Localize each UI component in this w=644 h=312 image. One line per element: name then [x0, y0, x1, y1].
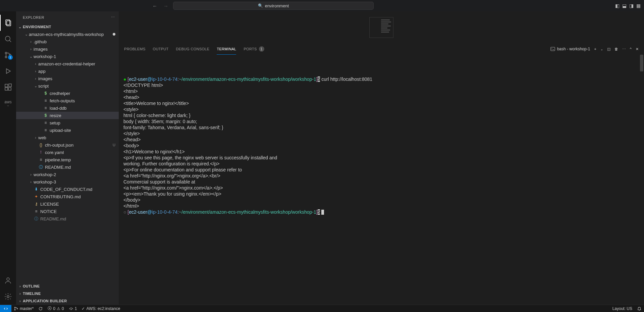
layout-left-icon[interactable]: ◧ [615, 3, 620, 8]
terminal-scrollbar[interactable] [640, 55, 643, 71]
terminal-dropdown-icon[interactable]: ⌄ [600, 47, 603, 51]
chevron-icon: › [28, 180, 34, 184]
tree-item[interactable]: $credhelper [16, 90, 119, 97]
svg-rect-8 [5, 84, 8, 87]
file-icon: ≡ [34, 209, 39, 214]
sidebar-section[interactable]: ›TIMELINE [16, 290, 119, 297]
status-problems[interactable]: ⓧ0 ⚠0 [45, 305, 66, 312]
tree-item[interactable]: $resize [16, 112, 119, 119]
tree-item[interactable]: ≡load-ddb [16, 104, 119, 112]
panel-maximize-icon[interactable]: ^ [630, 47, 632, 51]
svg-point-13 [7, 296, 9, 298]
panel-close-icon[interactable]: ✕ [636, 47, 639, 51]
terminal-name[interactable]: bash - workshop-1 [550, 47, 590, 51]
tree-item[interactable]: ›.github [16, 38, 119, 45]
status-aws[interactable]: ✓AWS: ec2:instance [79, 305, 122, 312]
chevron-icon: › [33, 76, 38, 81]
tree-item-label: amazon-ecr-credential-helper [38, 61, 95, 66]
nav-back-icon[interactable]: ← [152, 3, 157, 9]
file-icon: ≡ [43, 120, 48, 125]
tree-item[interactable]: !core.yaml [16, 149, 119, 156]
tree-item[interactable]: ›workshop-2 [16, 171, 119, 178]
command-center-search[interactable]: 🔍 environment [173, 2, 374, 10]
tree-item-label: core.yaml [45, 150, 64, 155]
status-branch[interactable]: master* [11, 305, 36, 312]
tree-item[interactable]: {}cfn-output.jsonU [16, 141, 119, 149]
tree-item[interactable]: ⬇CODE_OF_CONDUCT.md [16, 186, 119, 193]
layout-grid-icon[interactable]: ▦ [636, 3, 641, 8]
activity-run-icon[interactable] [0, 63, 16, 79]
chevron-icon: › [28, 172, 34, 176]
tree-item[interactable]: ⌄script [16, 82, 119, 90]
git-status: U [113, 143, 115, 147]
tree-item[interactable]: ›app [16, 67, 119, 75]
svg-line-3 [9, 40, 11, 42]
chevron-icon: › [33, 62, 38, 66]
tree-item-label: resize [50, 113, 61, 118]
tree-item-label: README.md [40, 216, 66, 221]
status-sync[interactable] [36, 305, 45, 312]
tree-item[interactable]: ›amazon-ecr-credential-helper [16, 60, 119, 67]
tree-item[interactable]: ›web [16, 134, 119, 141]
tree-item[interactable]: ≡NOTICE [16, 208, 119, 215]
tree-item-label: load-ddb [50, 106, 67, 111]
file-icon: ! [38, 150, 44, 155]
tab-output[interactable]: OUTPUT [153, 44, 169, 55]
terminal-split-icon[interactable]: ◫ [607, 47, 610, 51]
tree-item-label: cfn-output.json [45, 143, 73, 148]
svg-rect-10 [8, 88, 11, 90]
tree-item[interactable]: ≡upload-site [16, 126, 119, 134]
tree-item[interactable]: ›images [16, 45, 119, 53]
tree-item[interactable]: ⚷LICENSE [16, 200, 119, 208]
remote-indicator[interactable] [0, 305, 11, 312]
tree-item[interactable]: ⌄amazon-ecs-mythicalmysfits-workshop [16, 31, 119, 38]
tree-item-label: CONTRIBUTING.md [40, 194, 81, 199]
nav-forward-icon[interactable]: → [163, 3, 168, 9]
tree-item[interactable]: ≡setup [16, 119, 119, 126]
tree-item-label: NOTICE [40, 209, 57, 214]
minimap-placeholder-icon [369, 17, 393, 38]
search-icon: 🔍 [258, 3, 263, 8]
terminal-new-icon[interactable]: + [594, 47, 596, 51]
activity-explorer-icon[interactable] [0, 15, 16, 31]
svg-point-2 [5, 36, 10, 41]
tree-item[interactable]: ≡fetch-outputs [16, 97, 119, 104]
tab-terminal[interactable]: TERMINAL [217, 44, 236, 55]
file-icon: {} [38, 143, 44, 147]
activity-aws-icon[interactable]: aws⌣ [0, 95, 16, 111]
tab-problems[interactable]: PROBLEMS [124, 44, 146, 55]
tab-ports[interactable]: PORTS1 [244, 44, 264, 55]
tree-item[interactable]: ≡pipeline.temp [16, 156, 119, 163]
tree-item-label: upload-site [50, 128, 71, 133]
sidebar-title: EXPLORER [23, 15, 44, 19]
layout-bottom-icon[interactable]: ⬓ [622, 3, 627, 8]
sidebar-section[interactable]: ›APPLICATION BUILDER [16, 297, 119, 305]
layout-right-icon[interactable]: ◨ [629, 3, 634, 8]
tree-item[interactable]: ›workshop-3 [16, 178, 119, 186]
activity-account-icon[interactable] [0, 272, 16, 289]
status-ports[interactable]: 1 [66, 305, 79, 312]
status-bell-icon[interactable] [635, 305, 644, 312]
tree-item-label: script [38, 84, 49, 89]
activity-settings-icon[interactable] [0, 289, 16, 305]
explorer-root[interactable]: ⌄ENVIRONMENT [16, 23, 119, 31]
terminal-content[interactable]: ● [ec2-user@ip-10-0-4-74:~/environment/a… [119, 55, 644, 305]
tree-item[interactable]: ⓘREADME.md [16, 163, 119, 171]
activity-search-icon[interactable] [0, 31, 16, 47]
svg-point-18 [71, 309, 71, 310]
activity-extensions-icon[interactable] [0, 79, 16, 95]
svg-point-4 [5, 52, 7, 54]
tree-item[interactable]: ›images [16, 75, 119, 82]
terminal-more-icon[interactable]: ⋯ [622, 47, 626, 51]
tree-item[interactable]: ✦CONTRIBUTING.md [16, 193, 119, 200]
tree-item[interactable]: ⌄workshop-1 [16, 53, 119, 60]
search-text: environment [265, 3, 289, 8]
modified-dot-icon [113, 33, 115, 36]
activity-scm-icon[interactable]: 1 [0, 47, 16, 63]
sidebar-more-icon[interactable]: ⋯ [111, 15, 115, 19]
tab-debug-console[interactable]: DEBUG CONSOLE [176, 44, 210, 55]
tree-item[interactable]: ⓘREADME.md [16, 215, 119, 222]
status-layout[interactable]: Layout: US [610, 305, 635, 312]
sidebar-section[interactable]: ›OUTLINE [16, 282, 119, 290]
terminal-kill-icon[interactable]: 🗑 [614, 47, 618, 51]
